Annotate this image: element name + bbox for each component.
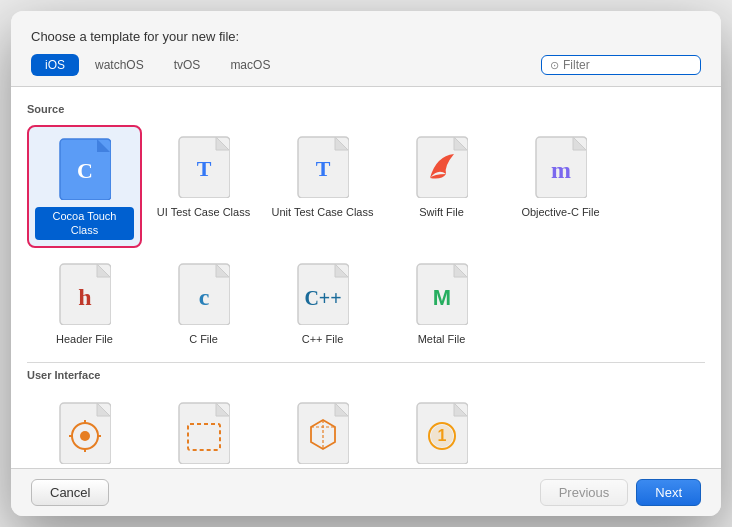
- tab-watchos[interactable]: watchOS: [81, 54, 158, 76]
- objc-label: Objective-C File: [521, 205, 599, 219]
- section-divider: [27, 362, 705, 363]
- objc-icon: m: [535, 136, 587, 198]
- unit-test-icon-wrapper: T: [293, 133, 353, 201]
- swift-icon: [416, 136, 468, 198]
- cpp-label: C++ File: [302, 332, 344, 346]
- section-label-ui: User Interface: [27, 369, 705, 381]
- tab-ios[interactable]: iOS: [31, 54, 79, 76]
- header-label: Header File: [56, 332, 113, 346]
- c-icon: c: [178, 263, 230, 325]
- filter-wrapper: ⊙: [541, 55, 701, 75]
- item-view[interactable]: View: [146, 391, 261, 469]
- c-icon-wrapper: c: [174, 260, 234, 328]
- cpp-icon: C++: [297, 263, 349, 325]
- tab-macos[interactable]: macOS: [216, 54, 284, 76]
- dialog-title: Choose a template for your new file:: [31, 29, 701, 44]
- tab-tvos[interactable]: tvOS: [160, 54, 215, 76]
- launch-screen-icon: 1: [416, 402, 468, 464]
- svg-text:T: T: [196, 156, 211, 181]
- svg-text:M: M: [432, 285, 450, 310]
- template-dialog: Choose a template for your new file: iOS…: [11, 11, 721, 516]
- dialog-footer: Cancel Previous Next: [11, 469, 721, 516]
- section-label-source: Source: [27, 103, 705, 115]
- empty-icon: [297, 402, 349, 464]
- svg-text:1: 1: [437, 427, 446, 444]
- swift-label: Swift File: [419, 205, 464, 219]
- footer-left: Cancel: [31, 479, 109, 506]
- item-cpp[interactable]: C++ C++ File: [265, 252, 380, 352]
- header-icon-wrapper: h: [55, 260, 115, 328]
- svg-text:c: c: [198, 284, 209, 310]
- svg-text:T: T: [315, 156, 330, 181]
- objc-icon-wrapper: m: [531, 133, 591, 201]
- item-objc[interactable]: m Objective-C File: [503, 125, 618, 248]
- ui-test-icon: T: [178, 136, 230, 198]
- svg-text:C++: C++: [304, 287, 341, 309]
- view-icon-wrapper: [174, 399, 234, 467]
- filter-icon: ⊙: [550, 59, 559, 72]
- swift-icon-wrapper: [412, 133, 472, 201]
- metal-icon-wrapper: M: [412, 260, 472, 328]
- unit-test-icon: T: [297, 136, 349, 198]
- svg-text:h: h: [78, 284, 91, 310]
- previous-button[interactable]: Previous: [540, 479, 629, 506]
- next-button[interactable]: Next: [636, 479, 701, 506]
- platform-tabs: iOS watchOS tvOS macOS: [31, 54, 284, 76]
- svg-text:m: m: [551, 157, 571, 183]
- item-header[interactable]: h Header File: [27, 252, 142, 352]
- tabs-filter-row: iOS watchOS tvOS macOS ⊙: [31, 54, 701, 76]
- svg-point-29: [80, 431, 90, 441]
- storyboard-icon: [59, 402, 111, 464]
- header-icon: h: [59, 263, 111, 325]
- item-storyboard[interactable]: Storyboard: [27, 391, 142, 469]
- item-swift[interactable]: Swift File: [384, 125, 499, 248]
- item-cocoa-touch[interactable]: C Cocoa Touch Class: [27, 125, 142, 248]
- launch-screen-icon-wrapper: 1: [412, 399, 472, 467]
- c-label: C File: [189, 332, 218, 346]
- source-items-grid: C Cocoa Touch Class T UI Test Case Class: [27, 125, 705, 352]
- cpp-icon-wrapper: C++: [293, 260, 353, 328]
- cocoa-touch-icon: C: [59, 138, 111, 200]
- empty-icon-wrapper: [293, 399, 353, 467]
- cocoa-touch-icon-wrapper: C: [55, 135, 115, 203]
- view-icon: [178, 402, 230, 464]
- cocoa-touch-label: Cocoa Touch Class: [35, 207, 134, 240]
- ui-items-grid: Storyboard View: [27, 391, 705, 469]
- item-launch-screen[interactable]: 1 Launch Screen: [384, 391, 499, 469]
- metal-icon: M: [416, 263, 468, 325]
- dialog-header: Choose a template for your new file: iOS…: [11, 11, 721, 86]
- cancel-button[interactable]: Cancel: [31, 479, 109, 506]
- unit-test-label: Unit Test Case Class: [272, 205, 374, 219]
- item-metal[interactable]: M Metal File: [384, 252, 499, 352]
- metal-label: Metal File: [418, 332, 466, 346]
- storyboard-icon-wrapper: [55, 399, 115, 467]
- filter-input[interactable]: [563, 58, 692, 72]
- content-area: Source C Cocoa Touch Class: [11, 86, 721, 469]
- ui-test-label: UI Test Case Class: [157, 205, 250, 219]
- item-c[interactable]: c C File: [146, 252, 261, 352]
- footer-right: Previous Next: [540, 479, 701, 506]
- ui-test-icon-wrapper: T: [174, 133, 234, 201]
- item-ui-test[interactable]: T UI Test Case Class: [146, 125, 261, 248]
- svg-text:C: C: [77, 158, 93, 183]
- item-unit-test[interactable]: T Unit Test Case Class: [265, 125, 380, 248]
- item-empty[interactable]: Empty: [265, 391, 380, 469]
